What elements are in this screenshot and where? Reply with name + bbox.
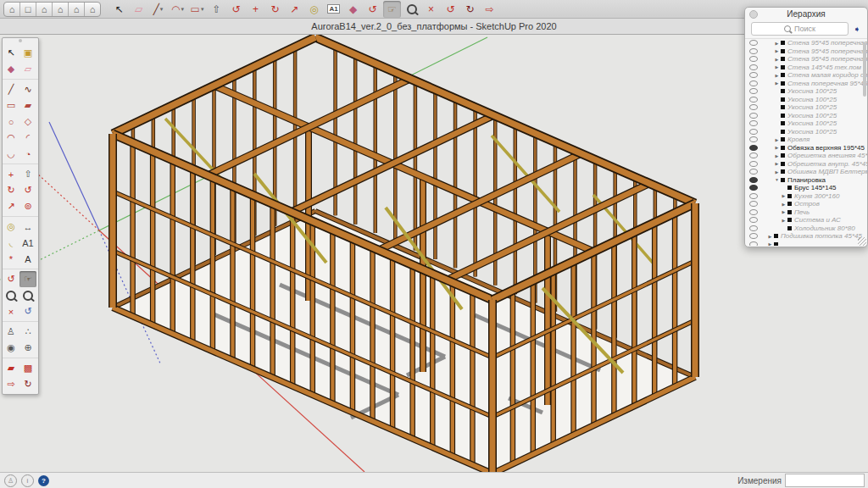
outliner-item[interactable]: ▶ [745, 241, 867, 247]
visibility-eye-icon[interactable] [749, 201, 758, 207]
tape-measure-tool[interactable]: ◎ [3, 219, 19, 235]
visibility-eye-icon[interactable] [749, 97, 758, 103]
pivot-tool[interactable]: ⊕ [19, 340, 36, 356]
visibility-eye-icon[interactable] [749, 152, 758, 158]
outliner-search-input[interactable]: Поиск [751, 22, 849, 36]
section-fill-tool[interactable]: ▩ [19, 360, 36, 376]
expand-arrow-icon[interactable]: ▶ [774, 153, 780, 158]
follow-me-tool-button[interactable]: ↺ [227, 1, 245, 18]
text-tool[interactable]: A1 [19, 235, 36, 251]
visibility-eye-icon[interactable] [749, 217, 758, 223]
walk-tool[interactable]: ∴ [19, 324, 36, 340]
tape-measure-tool-button[interactable]: ◎ [305, 1, 323, 18]
pan-tool-button[interactable]: ☞ [383, 1, 401, 18]
move-tool-button[interactable]: + [247, 1, 264, 18]
section-plane-tool[interactable]: ▰ [3, 360, 19, 376]
filter-icon[interactable]: ➧ [851, 25, 863, 34]
rectangle-tool-button[interactable]: ▭▾ [188, 1, 206, 18]
previous-view-tool-button[interactable]: ↺ [442, 1, 459, 18]
visibility-eye-icon[interactable] [749, 177, 758, 183]
position-camera-tool[interactable]: ♙ [3, 324, 19, 340]
section-export-tool[interactable]: ⇨ [3, 376, 19, 392]
back-view-button[interactable]: ⌂ [69, 3, 85, 16]
geolocation-icon[interactable]: ♙ [4, 474, 17, 487]
dropdown-caret-icon[interactable]: ▾ [160, 6, 164, 13]
protractor-tool[interactable]: ◟ [3, 235, 19, 251]
outliner-item[interactable]: Укосина 100*25 [745, 87, 867, 96]
push-pull-tool-button[interactable]: ⇧ [208, 1, 225, 18]
zoom-extents-tool-button[interactable]: × [422, 1, 440, 18]
outliner-item[interactable]: ▶Обрешетка внешняя 45*45 [745, 152, 867, 160]
expand-arrow-icon[interactable]: ▶ [774, 145, 780, 150]
outliner-item[interactable]: ▶Подшивка потолка 45*45 [745, 232, 867, 241]
expand-arrow-icon[interactable]: ▶ [781, 209, 787, 214]
iso-view-button[interactable]: ⌂ [4, 3, 20, 16]
eraser-tool-button[interactable]: ▱ [130, 1, 147, 18]
expand-arrow-icon[interactable]: ▶ [774, 169, 780, 175]
expand-arrow-icon[interactable]: ▶ [781, 193, 787, 198]
outliner-item[interactable]: ▶Остров [745, 200, 867, 208]
outliner-item[interactable]: Укосина 100*25 [745, 128, 867, 136]
tree-scrollbar[interactable] [863, 42, 866, 97]
arc-tool-button[interactable]: ◠▾ [169, 1, 186, 18]
visibility-eye-icon[interactable] [749, 104, 758, 110]
outliner-item[interactable]: ▶Стена 95*45 поперечная [745, 55, 867, 64]
outliner-item[interactable]: ▶Кухня 300*160 [745, 192, 867, 201]
select-tool[interactable]: ↖ [3, 45, 19, 61]
scale-tool[interactable]: ↗ [3, 198, 19, 214]
right-view-button[interactable]: ⌂ [53, 3, 69, 16]
drawing-viewport[interactable] [0, 34, 868, 472]
outliner-item[interactable]: Укосина 100*25 [745, 112, 867, 120]
measurements-input[interactable] [785, 474, 865, 487]
visibility-eye-icon[interactable] [749, 56, 758, 62]
select-tool-button[interactable]: ↖ [110, 1, 128, 18]
visibility-eye-icon[interactable] [749, 64, 758, 70]
help-icon[interactable]: ? [38, 475, 49, 486]
outliner-item[interactable]: Укосина 100*25 [745, 96, 867, 104]
visibility-eye-icon[interactable] [749, 88, 758, 94]
outliner-item[interactable]: ▶Обшивка МДВП Белтермо 2 [745, 168, 867, 176]
rotated-rectangle-tool[interactable]: ▰ [19, 97, 36, 114]
push-pull-tool[interactable]: ⇧ [19, 166, 36, 182]
visibility-eye-icon[interactable] [749, 80, 758, 86]
expand-arrow-icon[interactable]: ▶ [774, 137, 780, 142]
dropdown-caret-icon[interactable]: ▾ [201, 6, 204, 13]
paint-bucket-tool[interactable]: ◆ [3, 61, 19, 77]
expand-arrow-icon[interactable]: ▶ [781, 202, 787, 207]
expand-arrow-icon[interactable]: ▶ [767, 241, 773, 246]
visibility-eye-icon[interactable] [749, 72, 758, 78]
outliner-item[interactable]: ▶Печь [745, 208, 867, 217]
zoom-extents-tool[interactable]: × [3, 303, 19, 319]
text-tool-button[interactable]: A1 [325, 1, 342, 18]
outliner-item[interactable]: ▶Стена 95*45 поперечная [745, 47, 867, 56]
orbit-tool-button[interactable]: ↺ [364, 1, 381, 18]
visibility-eye-icon[interactable] [749, 193, 758, 199]
zoom-window-tool[interactable] [19, 287, 36, 303]
credits-icon[interactable]: i [21, 474, 34, 487]
visibility-eye-icon[interactable] [749, 113, 758, 119]
rotate-tool-button[interactable]: ↻ [266, 1, 284, 18]
expand-arrow-icon[interactable]: ▶ [774, 57, 780, 62]
outliner-item[interactable]: ▶Стена поперечная 95*45 [745, 80, 867, 88]
previous-view-tool[interactable]: ↺ [19, 303, 36, 319]
zoom-tool[interactable] [3, 287, 19, 303]
expand-arrow-icon[interactable]: ▶ [774, 73, 780, 78]
3d-text-tool[interactable]: A [19, 251, 36, 267]
expand-arrow-icon[interactable]: ▶ [781, 218, 787, 223]
expand-arrow-icon[interactable]: ▼ [774, 177, 780, 182]
paint-bucket-tool-button[interactable]: ◆ [344, 1, 362, 18]
expand-arrow-icon[interactable]: ▶ [774, 64, 780, 69]
circle-tool[interactable]: ○ [3, 114, 19, 130]
expand-arrow-icon[interactable]: ▶ [767, 234, 773, 239]
outliner-item[interactable]: ▶Стена 95*45 поперечная [745, 39, 867, 47]
visibility-eye-icon[interactable] [749, 241, 758, 246]
export-tool-button[interactable]: ⇨ [481, 1, 498, 18]
panel-resize-handle[interactable] [858, 237, 866, 246]
rectangle-tool[interactable]: ▭ [3, 97, 19, 114]
pie-tool[interactable]: ◔ [19, 146, 36, 162]
outliner-item[interactable]: ▶Система и АС [745, 216, 867, 225]
scale-tool-button[interactable]: ↗ [286, 1, 303, 18]
zoom-tool-button[interactable] [403, 1, 420, 18]
two-point-arc-tool[interactable]: ◜ [19, 130, 36, 146]
visibility-eye-icon[interactable] [749, 40, 758, 46]
